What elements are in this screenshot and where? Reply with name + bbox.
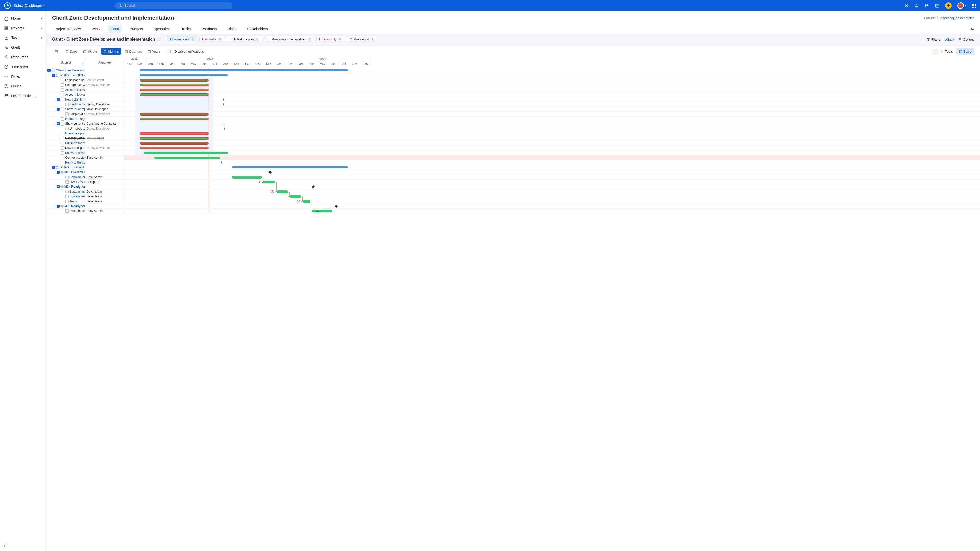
- row-subject[interactable]: Account locked: [65, 88, 85, 92]
- expand-toggle[interactable]: −: [57, 122, 60, 125]
- search-input[interactable]: Search: [115, 2, 232, 10]
- gantt-bar[interactable]: [277, 190, 288, 193]
- milestone-diamond[interactable]: [334, 205, 338, 208]
- gantt-bar[interactable]: [312, 210, 332, 213]
- row-subject[interactable]: System cus: [70, 195, 85, 198]
- gantt-bar[interactable]: [232, 166, 348, 168]
- row-subject[interactable]: Intercom integr: [65, 117, 85, 121]
- favorite-icon[interactable]: ♡: [177, 16, 180, 20]
- row-subject[interactable]: Tests: [70, 200, 77, 203]
- gantt-bar[interactable]: [303, 200, 310, 203]
- gantt-bar[interactable]: [140, 84, 208, 86]
- gantt-bar[interactable]: [264, 181, 275, 183]
- tab-settings-icon[interactable]: [970, 27, 974, 31]
- sidebar-item-resources[interactable]: Resources: [0, 52, 46, 62]
- tab-project-overview[interactable]: Project overview: [52, 25, 83, 33]
- expand-toggle[interactable]: −: [57, 108, 60, 111]
- gantt-bar[interactable]: [144, 152, 228, 154]
- tab-wbs[interactable]: WBS: [89, 25, 102, 33]
- collapse-sidebar-button[interactable]: [0, 541, 46, 551]
- scale-months[interactable]: Months: [101, 48, 121, 55]
- gantt-bar[interactable]: [140, 94, 208, 96]
- gantt-bar[interactable]: [140, 74, 228, 76]
- dashboard-selector[interactable]: Select Dashboard ⇅: [14, 3, 46, 8]
- sidebar-item-issues[interactable]: Issues: [0, 81, 46, 91]
- expand-toggle[interactable]: −: [57, 185, 60, 188]
- filter-chip[interactable]: All open tasks0: [167, 36, 197, 42]
- options-button[interactable]: Options: [958, 38, 974, 41]
- gantt-bar[interactable]: [140, 79, 208, 82]
- gantt-bar[interactable]: [140, 137, 208, 140]
- sidebar-item-gantt[interactable]: Gantt: [0, 43, 46, 52]
- tab-spent-time[interactable]: Spent time: [151, 25, 173, 33]
- gantt-bar[interactable]: [232, 176, 262, 179]
- gantt-bar[interactable]: [154, 157, 220, 159]
- filter-chip[interactable]: Tasks only0: [317, 36, 345, 42]
- gantt-bar[interactable]: [140, 132, 208, 135]
- tools-button[interactable]: Tools: [940, 49, 953, 53]
- row-subject[interactable]: Software develo: [65, 151, 85, 155]
- row-subject[interactable]: M3 - Ready for Production: [64, 204, 85, 208]
- gantt-bar[interactable]: [140, 113, 208, 116]
- parent-link[interactable]: PM techniques examples: [937, 16, 974, 20]
- milestone-diamond[interactable]: [312, 185, 315, 189]
- tab-risks[interactable]: Risks: [225, 25, 239, 33]
- row-subject[interactable]: New ticket form: [65, 98, 85, 101]
- milestone-diamond[interactable]: [269, 171, 272, 174]
- expand-toggle[interactable]: −: [57, 98, 60, 101]
- gantt-bar[interactable]: [140, 89, 208, 91]
- row-subject[interactable]: System imp: [70, 190, 85, 193]
- gantt-bar[interactable]: [140, 147, 208, 149]
- filters-button[interactable]: Filters: [927, 38, 940, 41]
- user-icon[interactable]: [904, 3, 909, 8]
- tab-roadmap[interactable]: Roadmap: [199, 25, 220, 33]
- tab-budgets[interactable]: Budgets: [127, 25, 145, 33]
- today-button[interactable]: [52, 48, 61, 55]
- calendar-icon[interactable]: [935, 3, 939, 8]
- tab-gantt[interactable]: Gantt: [108, 25, 122, 33]
- disable-notifications-checkbox[interactable]: [167, 50, 171, 53]
- row-subject[interactable]: Client Zone Developmer: [56, 68, 85, 72]
- scale-days[interactable]: Days: [63, 48, 80, 55]
- add-button[interactable]: +: [945, 2, 952, 9]
- scale-weeks[interactable]: Weeks: [81, 48, 100, 55]
- flag-icon[interactable]: [924, 3, 929, 8]
- row-subject[interactable]: Find the "ne: [70, 103, 85, 106]
- gantt-bar[interactable]: [290, 195, 301, 198]
- row-subject[interactable]: M1 - HW+SW installed: [64, 170, 85, 174]
- tab-stakeholders[interactable]: Stakeholders: [245, 25, 270, 33]
- scale-years[interactable]: Years: [145, 48, 163, 55]
- filter-chip[interactable]: All tasks0: [199, 36, 225, 42]
- apps-icon[interactable]: [972, 3, 976, 8]
- row-subject[interactable]: Edit form for my: [65, 141, 85, 145]
- expand-toggle[interactable]: −: [57, 171, 60, 174]
- row-subject[interactable]: Interactive price: [65, 132, 85, 135]
- row-subject[interactable]: Pilot phase: [70, 209, 85, 213]
- row-subject[interactable]: M2 - Ready for Pilot: [64, 185, 85, 189]
- user-menu[interactable]: ▾: [957, 2, 966, 9]
- column-assignee[interactable]: Assignee: [86, 57, 124, 68]
- expand-toggle[interactable]: −: [57, 205, 60, 208]
- expand-toggle[interactable]: −: [52, 74, 55, 77]
- filter-chip[interactable]: ☰Milestone plan0: [227, 36, 262, 42]
- filter-chip[interactable]: ☰Milestones + deliverables0: [264, 36, 314, 42]
- save-button[interactable]: Save: [956, 48, 974, 55]
- app-logo[interactable]: [4, 2, 11, 9]
- sidebar-item-home[interactable]: Home▾: [0, 14, 46, 23]
- sidebar-item-risks[interactable]: Risks: [0, 72, 46, 81]
- row-subject[interactable]: Software ar: [70, 175, 85, 179]
- expand-toggle[interactable]: −: [48, 69, 51, 72]
- sidebar-item-helpdesk-ticket[interactable]: Helpdesk ticket: [0, 91, 46, 101]
- row-subject[interactable]: HW + SW Pl: [70, 180, 85, 184]
- scale-quarters[interactable]: Quarters: [122, 48, 145, 55]
- row-subject[interactable]: Reply to the sup: [65, 161, 85, 164]
- column-subject[interactable]: Subject▴▾: [46, 57, 86, 68]
- filter-chip[interactable]: ⏱Work effort0: [347, 36, 377, 42]
- row-subject[interactable]: PHASE I - Client Zon: [60, 73, 85, 77]
- expand-toggle[interactable]: −: [52, 166, 55, 169]
- row-subject[interactable]: Show list of rep: [65, 107, 85, 111]
- sidebar-item-tasks[interactable]: Tasks▾: [0, 33, 46, 43]
- gantt-bar[interactable]: [140, 69, 348, 71]
- sliders-icon[interactable]: [915, 3, 919, 8]
- gantt-bar[interactable]: [140, 142, 208, 144]
